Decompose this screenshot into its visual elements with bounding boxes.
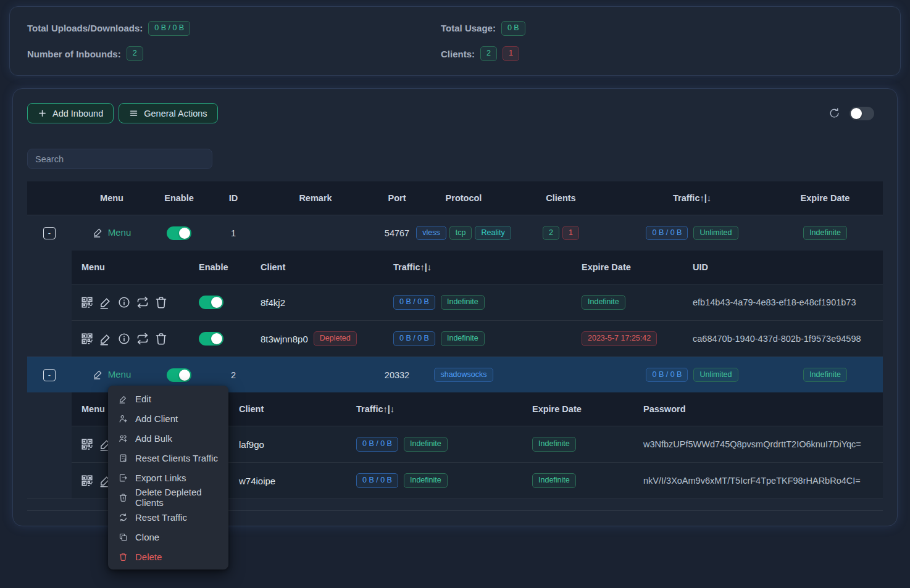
info-icon[interactable]: [117, 296, 131, 309]
delete-depleted-clients-icon: [119, 493, 128, 502]
menu-item-delete-depleted-clients[interactable]: Delete Depleted Clients: [108, 487, 228, 507]
traffic-limit-badge: Unlimited: [693, 226, 738, 241]
edit-icon: [119, 394, 128, 404]
header-client: Client: [229, 404, 346, 414]
menu-item-add-client[interactable]: Add Client: [108, 408, 228, 428]
row-menu-button[interactable]: Menu: [93, 368, 131, 379]
stat-label: Number of Inbounds:: [27, 49, 121, 59]
client-traffic: 0 B / 0 B Indefinite: [383, 295, 572, 310]
qr-code-icon[interactable]: [80, 474, 94, 487]
traffic-badge: 0 B / 0 B: [356, 437, 398, 452]
expire-badge: 2023-5-7 17:25:42: [582, 331, 657, 346]
header-clients: Clients: [504, 193, 618, 203]
reset-clients-traffic-icon: [119, 453, 128, 463]
client-name: 8t3wjnn8p0 Depleted: [251, 331, 383, 346]
delete-client-icon[interactable]: [154, 296, 168, 309]
client-row: 8f4kj2 0 B / 0 B Indefinite Indefinite e…: [72, 284, 883, 320]
client-actions: [72, 296, 189, 309]
search-area: [27, 149, 883, 169]
stats-card: Total Uploads/Downloads: 0 B / 0 B Total…: [9, 6, 901, 76]
export-icon: [119, 473, 128, 482]
inbound-protocols: shadowsocks: [424, 368, 504, 383]
add-inbound-button[interactable]: Add Inbound: [27, 103, 114, 123]
qr-code-icon[interactable]: [80, 332, 94, 346]
menu-item-export-links[interactable]: Export Links: [108, 468, 228, 487]
traffic-limit-badge: Indefinite: [404, 437, 448, 452]
reset-traffic-icon[interactable]: [136, 332, 149, 346]
reset-traffic-icon[interactable]: [136, 296, 149, 309]
menu-item-delete[interactable]: Delete: [108, 547, 228, 566]
menu-item-reset-clients-traffic[interactable]: Reset Clients Traffic: [108, 448, 228, 468]
client-uid: ca68470b-1940-437d-802b-1f9573e94598: [683, 334, 883, 344]
delete-client-icon[interactable]: [154, 332, 168, 346]
users-add-icon: [119, 434, 128, 443]
clients-table-header: Menu Enable Client Traffic↑|↓ Expire Dat…: [72, 251, 883, 284]
traffic-limit-badge: Indefinite: [441, 331, 485, 346]
stat-label: Total Uploads/Downloads:: [27, 23, 143, 33]
header-remark: Remark: [261, 193, 370, 203]
header-traffic-sort[interactable]: Traffic↑|↓: [346, 404, 522, 414]
clients-active-badge: 2: [480, 46, 497, 61]
qr-code-icon[interactable]: [80, 437, 94, 451]
header-traffic-sort[interactable]: Traffic↑|↓: [383, 262, 572, 272]
traffic-badge: 0 B / 0 B: [356, 473, 398, 488]
toggle-knob: [179, 370, 190, 381]
inbound-row-1: - Menu 1 54767 vless tcp Reality 2 1 0: [27, 215, 883, 251]
traffic-limit-badge: Indefinite: [404, 473, 448, 488]
client-enable-toggle[interactable]: [199, 296, 223, 309]
client-password: w3NfbzUPf5WWd745Q8pvsmQrdrttT2IO6knuI7Di…: [633, 439, 883, 449]
auto-refresh-toggle[interactable]: [849, 107, 874, 120]
qr-code-icon[interactable]: [80, 296, 94, 309]
header-expire-date: Expire Date: [572, 262, 683, 272]
protocol-badge: shadowsocks: [434, 368, 493, 383]
toggle-knob: [211, 333, 222, 344]
inbound-enable-toggle[interactable]: [167, 368, 191, 382]
traffic-limit-badge: Indefinite: [441, 295, 485, 310]
expire-badge: Indefinite: [803, 368, 847, 383]
info-icon[interactable]: [117, 332, 131, 346]
client-uid: efb14b43-4a79-4e83-ef18-e48cf1901b73: [683, 297, 883, 307]
user-add-icon: [119, 414, 128, 423]
traffic-limit-badge: Unlimited: [693, 368, 738, 383]
inbound-id: 1: [206, 228, 261, 238]
inbound-traffic: 0 B / 0 B Unlimited: [618, 368, 766, 383]
protocol-badge: vless: [416, 226, 446, 241]
menu-item-edit[interactable]: Edit: [108, 389, 228, 408]
clients-depleted-badge: 1: [503, 46, 519, 61]
edit-client-icon[interactable]: [99, 332, 112, 346]
collapse-row-button[interactable]: -: [43, 227, 56, 239]
edit-client-icon[interactable]: [99, 296, 112, 309]
collapse-row-button[interactable]: -: [43, 369, 56, 381]
menu-item-reset-traffic[interactable]: Reset Traffic: [108, 507, 228, 527]
client-name: laf9go: [229, 439, 346, 450]
clients-table-inbound-1: Menu Enable Client Traffic↑|↓ Expire Dat…: [72, 251, 883, 357]
header-protocol: Protocol: [424, 193, 504, 203]
menu-item-clone[interactable]: Clone: [108, 527, 228, 547]
delete-icon: [119, 552, 128, 561]
client-actions: [72, 332, 189, 346]
header-enable: Enable: [189, 262, 251, 272]
header-client: Client: [251, 262, 383, 272]
stat-total-uploads-downloads: Total Uploads/Downloads: 0 B / 0 B: [27, 21, 441, 36]
traffic-badge: 0 B / 0 B: [393, 295, 435, 310]
client-enable-toggle[interactable]: [199, 332, 223, 346]
clients-depleted-badge: 1: [562, 226, 579, 241]
row-menu-button[interactable]: Menu: [93, 226, 131, 238]
client-name: w74ioipe: [229, 476, 346, 486]
search-input[interactable]: [27, 149, 212, 169]
general-actions-button[interactable]: General Actions: [119, 103, 217, 123]
inbounds-count-badge: 2: [127, 46, 143, 61]
inbound-enable-toggle[interactable]: [167, 226, 191, 240]
header-password: Password: [633, 404, 883, 414]
toggle-knob: [179, 228, 190, 239]
client-row: 8t3wjnn8p0 Depleted 0 B / 0 B Indefinite…: [72, 320, 883, 357]
header-menu: Menu: [72, 262, 189, 272]
header-uid: UID: [683, 262, 883, 272]
menu-item-add-bulk[interactable]: Add Bulk: [108, 428, 228, 448]
header-traffic-sort[interactable]: Traffic↑|↓: [618, 193, 766, 203]
stat-number-of-inbounds: Number of Inbounds: 2: [27, 46, 441, 61]
header-expire-date: Expire Date: [766, 193, 884, 203]
client-traffic: 0 B / 0 B Indefinite: [346, 437, 522, 452]
traffic-badge: 0 B / 0 B: [646, 226, 688, 241]
refresh-icon[interactable]: [829, 107, 840, 119]
